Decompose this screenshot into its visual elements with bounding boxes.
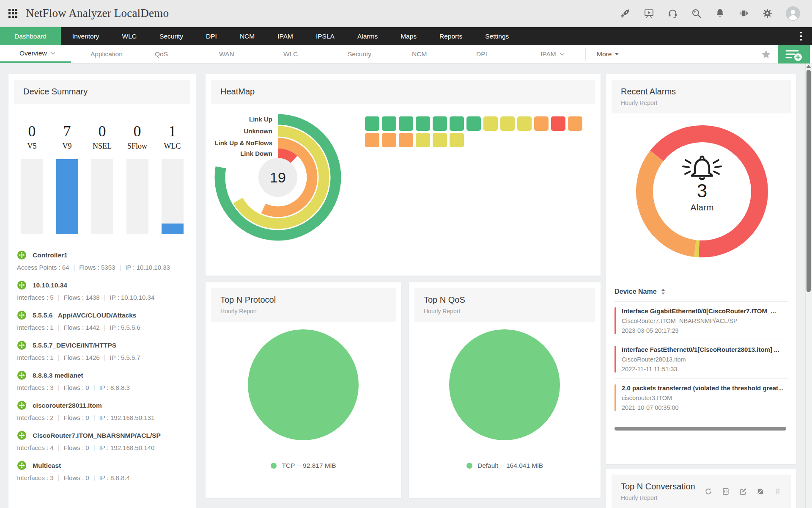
heat-cell-unknown[interactable] [450,133,464,147]
heat-cell-unknown[interactable] [433,133,447,147]
bell-icon[interactable] [715,8,725,19]
heat-cell-unknown[interactable] [483,116,498,131]
nav-tab-maps[interactable]: Maps [389,27,428,45]
nav-tab-reports[interactable]: Reports [428,27,474,45]
contrast-icon[interactable] [757,488,764,495]
gauge-label: Unknown [244,127,273,135]
heat-cell-noflows[interactable] [568,116,582,131]
alarm-row[interactable]: Interface GigabitEthernet0/0[CiscoRouter… [614,302,788,340]
device-list: Controller1Access Points : 64|Flows : 53… [17,250,187,481]
protocol-legend[interactable]: TCP -- 92.817 MiB [206,462,401,469]
subnav-item-qos[interactable]: QoS [135,45,200,63]
heat-cell-noflows[interactable] [399,133,413,147]
heat-cell-up[interactable] [416,116,430,131]
search-icon[interactable] [691,8,702,19]
subnav-item-application[interactable]: Application [71,45,135,63]
bar-v5[interactable] [21,159,43,234]
heat-cell-noflows[interactable] [534,116,549,131]
nav-tab-settings[interactable]: Settings [474,27,520,45]
subnav-item-wlc[interactable]: WLC [264,45,328,63]
nav-tab-ncm[interactable]: NCM [228,27,266,45]
page-scrollbar-thumb[interactable] [807,70,811,292]
alarm-row[interactable]: Interface FastEthernet0/1[CiscoRouter280… [614,340,788,378]
device-title-row: 5.5.5.6_ App/AVC/CLOUD/Attacks [17,310,187,320]
device-name-link[interactable]: Multicast [33,462,61,469]
favorite-star-icon[interactable] [761,49,771,60]
stat-wlc: 1WLC [160,122,185,151]
device-name-link[interactable]: ciscorouter28011.itom [33,402,102,409]
refresh-icon[interactable] [705,488,712,495]
nav-tab-wlc[interactable]: WLC [111,27,148,45]
nav-tab-alarms[interactable]: Alarms [346,27,389,45]
presentation-icon[interactable] [644,8,654,19]
panel-title: Top N Protocol [220,295,387,305]
heat-cell-noflows[interactable] [365,133,379,147]
subnav-item-security[interactable]: Security [328,45,392,63]
avatar[interactable] [786,6,800,21]
gear-icon[interactable] [762,8,773,19]
nav-tab-ipam[interactable]: IPAM [266,27,304,45]
subnav-item-dpi[interactable]: DPI [457,45,521,63]
subnav-item-ncm[interactable]: NCM [392,45,457,63]
device-name-link[interactable]: 10.10.10.34 [33,282,67,289]
device-stat: Access Points : 64 [17,264,69,271]
severity-bar-critical [614,307,616,334]
device-name-link[interactable]: CiscoRouter7.ITOM_NBARSNMP/ACL/SP [33,432,161,439]
bar-nsel[interactable] [91,159,113,234]
device-list-item: ciscorouter28011.itomInterfaces : 2|Flow… [17,400,187,421]
device-stat: Flows : 0 [64,414,89,421]
scrollbar-up-arrow[interactable] [807,65,811,68]
heat-cell-down[interactable] [551,116,565,131]
qos-legend[interactable]: Default -- 164.041 MiB [409,462,601,469]
rocket-icon[interactable] [620,8,631,19]
add-dashboard-button[interactable] [778,45,810,64]
alarm-row[interactable]: 2.0 packets transferred (violated the th… [614,378,788,417]
nav-tab-security[interactable]: Security [148,27,195,45]
embed-icon[interactable] [722,488,730,495]
heat-cell-unknown[interactable] [500,116,515,131]
device-title-row: Multicast [17,461,187,470]
device-name-link[interactable]: 5.5.5.6_ App/AVC/CLOUD/Attacks [33,312,136,319]
nav-tab-dashboard[interactable]: Dashboard [0,27,61,45]
qos-pie-chart[interactable] [449,329,560,440]
delete-icon[interactable] [774,488,782,495]
interface-heat-grid [365,116,582,149]
nav-tab-inventory[interactable]: Inventory [61,27,111,45]
bar-wlc[interactable] [162,159,184,234]
device-name-link[interactable]: 8.8.8.3 medianet [33,372,83,379]
horizontal-scrollbar[interactable] [614,427,786,431]
heat-cell-up[interactable] [365,116,379,131]
heat-cell-up[interactable] [382,116,396,131]
legend-dot [466,463,472,469]
protocol-pie-chart[interactable] [248,329,359,440]
stat-v9: 7V9 [55,122,80,151]
bar-sflow[interactable] [126,159,148,234]
headset-icon[interactable] [667,8,678,19]
bar-v9[interactable] [56,159,78,234]
heat-cell-up[interactable] [466,116,481,131]
subnav-item-wan[interactable]: WAN [200,45,264,63]
divider: | [93,444,95,451]
heat-cell-noflows[interactable] [382,133,396,147]
carousel-icon[interactable] [738,8,749,19]
subnav-item-ipam[interactable]: IPAM [521,45,585,63]
device-name-link[interactable]: Controller1 [33,251,68,259]
apps-grid-icon[interactable] [8,9,17,18]
device-move-icon [17,400,27,410]
heat-cell-unknown[interactable] [416,133,430,147]
heat-cell-up[interactable] [450,116,464,131]
subnav-item-overview[interactable]: Overview [0,45,71,63]
alarm-table-sort-header[interactable]: Device Name [614,288,788,302]
heat-cell-up[interactable] [433,116,447,131]
subnav-more-menu[interactable]: More [586,45,619,63]
device-stat: Flows : 0 [64,444,89,451]
nav-tab-ipsla[interactable]: IPSLA [304,27,346,45]
bar-fill [56,159,78,234]
device-move-icon [17,431,27,440]
nav-tab-dpi[interactable]: DPI [195,27,228,45]
device-name-link[interactable]: 5.5.5.7_DEVICE/INT/HTTPS [33,342,116,349]
edit-icon[interactable] [739,488,747,495]
heat-cell-unknown[interactable] [517,116,532,131]
nav-overflow-menu-icon[interactable] [800,27,802,45]
heat-cell-up[interactable] [399,116,413,131]
